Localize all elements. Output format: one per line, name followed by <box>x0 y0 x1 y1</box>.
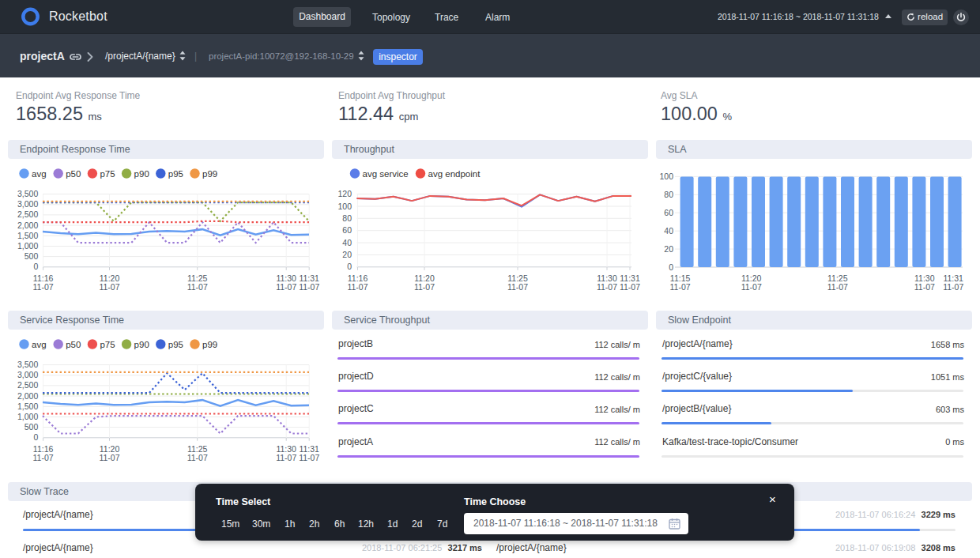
svg-text:500: 500 <box>24 251 39 261</box>
svg-text:11-07: 11-07 <box>33 453 54 462</box>
svg-text:11-07: 11-07 <box>347 282 368 292</box>
svg-text:11-07: 11-07 <box>507 282 528 292</box>
svg-text:11:20: 11:20 <box>741 273 762 283</box>
svg-text:p50: p50 <box>66 169 81 179</box>
svg-text:p50: p50 <box>66 340 81 349</box>
svg-text:11-07: 11-07 <box>33 282 54 292</box>
svg-text:0: 0 <box>669 262 673 272</box>
svg-text:11-07: 11-07 <box>99 282 119 292</box>
svg-text:11:30: 11:30 <box>276 273 296 283</box>
svg-text:11:20: 11:20 <box>414 273 435 283</box>
svg-text:3,000: 3,000 <box>17 199 38 209</box>
svg-text:40: 40 <box>664 226 673 236</box>
svg-text:11:20: 11:20 <box>100 273 120 283</box>
svg-text:0: 0 <box>33 432 38 442</box>
svg-text:40: 40 <box>342 238 352 247</box>
svg-text:2,500: 2,500 <box>17 209 38 219</box>
svg-text:11-07: 11-07 <box>276 282 296 292</box>
svg-text:11-07: 11-07 <box>741 282 762 292</box>
svg-text:11:16: 11:16 <box>33 444 54 454</box>
svg-text:3,500: 3,500 <box>17 360 38 369</box>
svg-text:11:25: 11:25 <box>507 273 528 283</box>
svg-text:p75: p75 <box>100 340 115 349</box>
svg-text:11:30: 11:30 <box>276 444 296 454</box>
svg-text:80: 80 <box>342 213 352 223</box>
svg-text:11-07: 11-07 <box>620 282 640 292</box>
svg-text:0: 0 <box>33 262 38 271</box>
svg-text:11-07: 11-07 <box>299 282 319 292</box>
svg-text:11-07: 11-07 <box>187 453 208 462</box>
svg-text:11-07: 11-07 <box>276 453 296 462</box>
svg-text:3,000: 3,000 <box>17 370 38 379</box>
svg-text:11:30: 11:30 <box>914 273 935 283</box>
svg-text:11:30: 11:30 <box>597 273 617 283</box>
svg-text:11:31: 11:31 <box>299 273 319 283</box>
svg-text:avg: avg <box>32 169 47 179</box>
svg-text:11-07: 11-07 <box>414 282 435 292</box>
svg-text:1,000: 1,000 <box>17 412 38 421</box>
svg-text:120: 120 <box>337 189 352 198</box>
svg-text:avg: avg <box>32 340 47 349</box>
svg-text:80: 80 <box>664 190 673 199</box>
svg-text:100: 100 <box>337 202 352 211</box>
svg-text:11:25: 11:25 <box>827 273 848 283</box>
svg-text:p99: p99 <box>202 169 217 179</box>
svg-text:11:15: 11:15 <box>670 273 691 283</box>
svg-text:11:31: 11:31 <box>943 273 963 283</box>
svg-text:11-07: 11-07 <box>597 282 617 292</box>
svg-text:1,500: 1,500 <box>17 402 38 411</box>
svg-text:60: 60 <box>664 208 673 217</box>
svg-text:p95: p95 <box>168 340 183 349</box>
svg-text:11-07: 11-07 <box>187 282 208 292</box>
svg-text:100: 100 <box>659 172 673 181</box>
svg-text:11-07: 11-07 <box>914 282 935 292</box>
svg-text:11-07: 11-07 <box>827 282 848 292</box>
svg-text:11:25: 11:25 <box>187 273 208 283</box>
svg-text:500: 500 <box>24 422 39 432</box>
svg-text:11:31: 11:31 <box>299 444 319 454</box>
svg-text:11:31: 11:31 <box>620 273 640 283</box>
svg-text:11:16: 11:16 <box>33 273 54 283</box>
svg-text:11:20: 11:20 <box>100 444 120 454</box>
svg-text:p95: p95 <box>168 169 183 179</box>
svg-text:1,000: 1,000 <box>17 241 38 251</box>
svg-text:1,500: 1,500 <box>17 231 38 240</box>
svg-text:11:16: 11:16 <box>348 273 368 283</box>
svg-text:11-07: 11-07 <box>99 453 119 462</box>
svg-text:11-07: 11-07 <box>670 282 691 292</box>
svg-text:60: 60 <box>342 225 352 235</box>
svg-text:avg service: avg service <box>363 169 409 179</box>
svg-text:11:25: 11:25 <box>187 444 208 454</box>
svg-text:p99: p99 <box>202 340 217 349</box>
svg-text:avg endpoint: avg endpoint <box>428 169 481 179</box>
svg-text:p75: p75 <box>100 169 115 179</box>
svg-text:2,000: 2,000 <box>17 391 38 401</box>
svg-text:3,500: 3,500 <box>17 189 38 198</box>
svg-text:20: 20 <box>664 244 673 254</box>
svg-text:2,500: 2,500 <box>17 380 38 390</box>
svg-text:11-07: 11-07 <box>943 282 963 292</box>
svg-text:2,000: 2,000 <box>17 221 38 230</box>
svg-text:p90: p90 <box>134 340 149 349</box>
svg-text:11-07: 11-07 <box>299 453 319 462</box>
svg-text:0: 0 <box>347 262 352 271</box>
svg-text:20: 20 <box>342 250 352 259</box>
svg-text:p90: p90 <box>134 169 149 179</box>
